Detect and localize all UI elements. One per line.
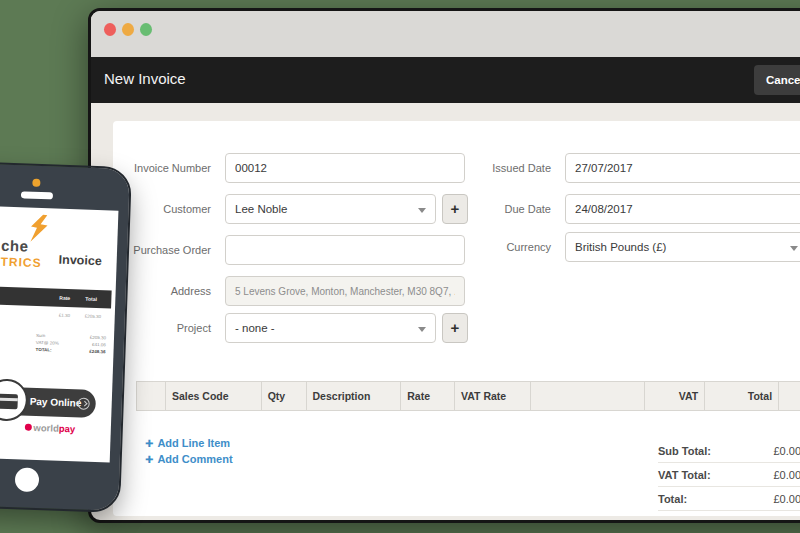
worldpay-text-pay: pay: [59, 423, 76, 435]
column-header-rate: Rate: [401, 382, 455, 410]
company-logo-text: che: [1, 237, 29, 255]
pay-online-label: Pay Online: [30, 396, 82, 409]
column-header-vat-rate: VAT Rate: [455, 382, 531, 410]
add-line-item-link[interactable]: ✚Add Line Item: [145, 437, 233, 449]
chevron-down-icon: [790, 246, 798, 251]
column-header-qty: Qty: [262, 382, 307, 410]
mini-line-item-row: platinum £1.30 £205.30: [0, 309, 111, 314]
mini-grand-total-row: TOTAL: £246.36: [35, 346, 105, 355]
column-header-handle: [137, 382, 166, 410]
line-items-table-header: Sales Code Qty Description Rate VAT Rate…: [136, 381, 800, 411]
mini-total-header: Total: [85, 296, 97, 302]
project-select[interactable]: - none -: [225, 313, 436, 343]
page-background: New Invoice Cancel Invoice Number Custom…: [0, 0, 800, 533]
window-titlebar: [91, 11, 800, 57]
due-date-label: Due Date: [413, 203, 551, 215]
plus-icon: ✚: [145, 454, 153, 465]
currency-value: British Pounds (£): [575, 241, 666, 253]
currency-select[interactable]: British Pounds (£): [565, 232, 800, 262]
mini-item-total: £205.30: [85, 314, 101, 320]
worldpay-text-world: world: [33, 422, 59, 434]
mini-grand-total-label: TOTAL:: [35, 346, 51, 354]
add-project-button[interactable]: +: [442, 313, 468, 343]
close-window-icon[interactable]: [104, 23, 116, 36]
subtotal-value: £0.00: [773, 439, 800, 462]
worldpay-logo: worldpay: [0, 421, 105, 436]
app-header-bar: New Invoice Cancel: [91, 57, 800, 103]
vat-total-row: VAT Total: £0.00: [658, 463, 800, 487]
lightning-bolt-icon: [25, 212, 52, 245]
issued-date-input[interactable]: [565, 153, 800, 183]
mini-rate-header: Rate: [59, 295, 70, 301]
zoom-window-icon[interactable]: [140, 23, 152, 36]
add-comment-label: Add Comment: [157, 453, 232, 465]
column-header-sales-code: Sales Code: [166, 382, 262, 410]
currency-label: Currency: [413, 241, 551, 253]
mini-table-header: Rate Total: [0, 285, 112, 308]
invoice-form-card: Invoice Number Customer Lee Noble + Purc…: [113, 121, 800, 516]
mini-grand-total-value: £246.36: [89, 348, 106, 356]
column-header-total: Total: [705, 382, 779, 410]
invoice-doc-title: Invoice: [58, 253, 102, 268]
cancel-button[interactable]: Cancel: [754, 65, 800, 95]
issued-date-label: Issued Date: [413, 162, 551, 174]
browser-window: New Invoice Cancel Invoice Number Custom…: [88, 8, 800, 523]
address-label: Address: [113, 285, 211, 297]
add-line-item-label: Add Line Item: [157, 437, 230, 449]
column-header-description: Description: [307, 382, 402, 410]
company-logo-subtext: TRICS: [0, 255, 41, 270]
subtotal-row: Sub Total: £0.00: [658, 439, 800, 463]
phone-mockup: che TRICS Invoice Rate Total platinum £1…: [0, 163, 130, 511]
column-header-spacer: [531, 382, 646, 410]
minimize-window-icon[interactable]: [122, 23, 134, 36]
project-label: Project: [113, 322, 211, 334]
chevron-right-icon: [77, 397, 89, 409]
address-input[interactable]: [225, 276, 465, 306]
subtotal-label: Sub Total:: [658, 439, 711, 462]
vat-total-label: VAT Total:: [658, 463, 711, 486]
vat-total-value: £0.00: [773, 463, 800, 486]
mini-totals: Sum £205.30 VAT@ 20% £41.06 TOTAL: £246.…: [35, 332, 106, 355]
worldpay-glyph-icon: [24, 424, 31, 431]
phone-screen-invoice-preview: che TRICS Invoice Rate Total platinum £1…: [0, 205, 118, 462]
column-header-vat: VAT: [645, 382, 705, 410]
chevron-down-icon: [418, 327, 426, 332]
mini-item-rate: £1.30: [59, 313, 70, 318]
phone-camera-icon: [32, 179, 40, 187]
phone-home-button: [15, 467, 40, 492]
invoice-totals: Sub Total: £0.00 VAT Total: £0.00 Total:…: [658, 439, 800, 511]
plus-icon: ✚: [145, 438, 153, 449]
page-title: New Invoice: [104, 70, 186, 87]
due-date-input[interactable]: [565, 194, 800, 224]
total-label: Total:: [658, 487, 687, 510]
column-header-trailing: [779, 382, 800, 410]
phone-speaker: [21, 191, 53, 199]
project-value: - none -: [235, 322, 275, 334]
total-row: Total: £0.00: [658, 487, 800, 511]
add-comment-link[interactable]: ✚Add Comment: [145, 453, 233, 465]
total-value: £0.00: [773, 487, 800, 510]
